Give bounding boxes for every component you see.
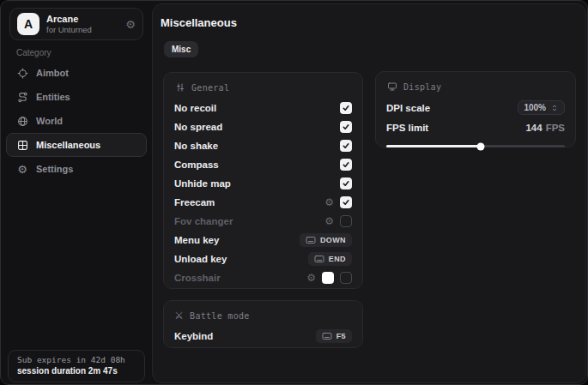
globe-icon: [16, 115, 28, 127]
swords-icon: ⚔: [174, 310, 184, 321]
sidebar-item-label: Aimbot: [36, 68, 69, 78]
keybind-value: F5: [336, 332, 346, 340]
sidebar-item-world[interactable]: World: [6, 109, 147, 133]
keyboard-icon: [322, 332, 332, 340]
unhide-map-checkbox[interactable]: [340, 177, 352, 189]
sub-expiry-text: Sub expires in 42d 08h: [17, 355, 136, 364]
unload-keybind-button[interactable]: END: [308, 252, 352, 266]
row-fov-changer: Fov changer ⚙: [174, 212, 352, 231]
sidebar-item-label: Settings: [36, 164, 73, 174]
gear-icon: ⚙: [16, 163, 28, 175]
row-unhide-map: Unhide map: [174, 174, 352, 193]
fps-limit-slider[interactable]: [386, 145, 565, 147]
keyboard-icon: [306, 236, 316, 244]
slider-thumb[interactable]: [477, 142, 485, 150]
dpi-scale-select[interactable]: 100%: [518, 100, 565, 115]
entities-icon: [16, 91, 28, 103]
row-label: No spread: [174, 122, 222, 132]
row-compass: Compass: [174, 155, 352, 174]
brand-title: Arcane: [46, 14, 92, 25]
fov-changer-checkbox[interactable]: [340, 215, 352, 227]
no-recoil-checkbox[interactable]: [340, 102, 352, 114]
menu-keybind-button[interactable]: DOWN: [300, 233, 352, 247]
page-title: Miscellaneous: [161, 16, 237, 29]
monitor-icon: [386, 81, 397, 93]
battle-header-label: Battle mode: [190, 311, 250, 321]
brand-card: A Arcane for Unturned ⚙: [9, 8, 143, 40]
sliders-icon: [174, 82, 185, 93]
keybind-value: DOWN: [320, 236, 346, 244]
row-label: FPS limit: [386, 123, 428, 133]
main-panel: Miscellaneous Misc General No recoil No …: [152, 3, 586, 383]
sidebar-item-label: Miscellaneous: [36, 140, 100, 150]
compass-checkbox[interactable]: [340, 159, 352, 171]
general-header-label: General: [191, 83, 229, 93]
brand-avatar: A: [17, 13, 39, 35]
gear-icon[interactable]: ⚙: [125, 19, 136, 30]
sidebar-item-miscellaneous[interactable]: Miscellaneous: [6, 133, 147, 157]
sidebar: A Arcane for Unturned ⚙ Category Aimbot …: [1, 1, 152, 384]
subscription-status-box: Sub expires in 42d 08h session duration …: [8, 350, 145, 382]
no-shake-checkbox[interactable]: [340, 140, 352, 152]
row-no-shake: No shake: [174, 136, 352, 155]
row-no-recoil: No recoil: [174, 99, 352, 117]
display-card: Display DPI scale 100% FPS limit 144FPS: [375, 71, 576, 147]
session-duration-text: session duration 2m 47s: [17, 366, 136, 376]
category-label: Category: [16, 48, 52, 57]
row-dpi-scale: DPI scale 100%: [386, 98, 565, 117]
row-unload-key: Unload key END: [174, 250, 352, 268]
row-label: Menu key: [174, 235, 219, 245]
row-label: Unload key: [174, 254, 227, 264]
display-header-label: Display: [403, 82, 441, 92]
sidebar-item-aimbot[interactable]: Aimbot: [6, 61, 147, 85]
dpi-scale-value: 100%: [524, 103, 546, 112]
row-label: Freecam: [174, 197, 215, 208]
row-label: Compass: [174, 159, 219, 170]
sidebar-item-settings[interactable]: ⚙ Settings: [6, 157, 147, 181]
slider-fill: [386, 145, 481, 147]
brand-subtitle: for Unturned: [46, 25, 92, 34]
keyboard-icon: [314, 255, 324, 263]
gear-icon[interactable]: ⚙: [324, 197, 334, 208]
fps-limit-value: 144FPS: [525, 123, 565, 133]
crosshair-color-swatch[interactable]: [322, 272, 334, 284]
crosshair-icon: [16, 67, 28, 79]
general-card: General No recoil No spread No shake Com…: [163, 72, 363, 289]
sidebar-item-label: Entities: [36, 92, 70, 102]
row-freecam: Freecam ⚙: [174, 193, 352, 212]
tab-misc[interactable]: Misc: [164, 41, 198, 57]
row-label: Keybind: [174, 331, 213, 341]
crosshair-checkbox[interactable]: [340, 272, 352, 284]
select-icon: [550, 104, 559, 112]
sidebar-nav: Aimbot Entities World Miscellaneous: [6, 61, 147, 181]
grid-icon: [16, 139, 28, 151]
sidebar-item-label: World: [36, 116, 63, 126]
row-label: No recoil: [174, 103, 216, 113]
row-label: No shake: [174, 141, 218, 151]
row-label: DPI scale: [386, 103, 430, 113]
row-label: Unhide map: [174, 178, 231, 189]
gear-icon[interactable]: ⚙: [324, 216, 334, 226]
no-spread-checkbox[interactable]: [340, 121, 352, 133]
freecam-checkbox[interactable]: [340, 196, 352, 208]
row-label: Crosshair: [174, 273, 221, 283]
row-fps-limit: FPS limit 144FPS: [386, 117, 565, 137]
row-crosshair: Crosshair ⚙: [174, 268, 352, 287]
sidebar-item-entities[interactable]: Entities: [6, 85, 147, 109]
gear-icon[interactable]: ⚙: [306, 273, 316, 283]
app-window: A Arcane for Unturned ⚙ Category Aimbot …: [0, 0, 588, 385]
battle-keybind-button[interactable]: F5: [316, 329, 352, 343]
row-label: Fov changer: [174, 216, 233, 226]
row-no-spread: No spread: [174, 117, 352, 136]
keybind-value: END: [329, 255, 346, 263]
row-battle-keybind: Keybind F5: [174, 327, 352, 346]
row-menu-key: Menu key DOWN: [174, 231, 352, 250]
battle-mode-card: ⚔ Battle mode Keybind F5: [163, 300, 363, 348]
